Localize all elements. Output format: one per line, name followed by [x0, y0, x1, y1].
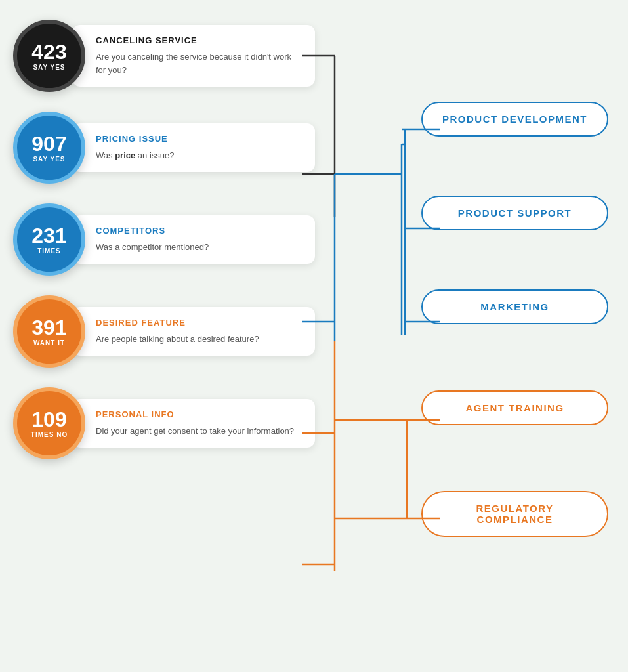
info-card-canceling: CANCELING SERVICE Are you canceling the … [72, 25, 315, 87]
left-section: 423 SAY YES CANCELING SERVICE Are you ca… [13, 13, 315, 479]
card-title-competitors: COMPETITORS [96, 226, 302, 236]
badge-personal: 109 TIMES NO [13, 387, 85, 459]
card-text-desired: Are people talking about a desired featu… [96, 333, 302, 346]
badge-sublabel-pricing: SAY YES [33, 156, 65, 163]
card-row-desired: 391 WANT IT DESIRED FEATURE Are people t… [13, 295, 315, 368]
output-product-support: PRODUCT SUPPORT [421, 196, 608, 230]
info-card-personal: PERSONAL INFO Did your agent get consent… [72, 399, 315, 448]
badge-number-competitors: 231 [31, 225, 66, 246]
card-row-canceling: 423 SAY YES CANCELING SERVICE Are you ca… [13, 20, 315, 92]
card-title-desired: DESIRED FEATURE [96, 318, 302, 327]
card-text-pricing: Was price an issue? [96, 149, 302, 162]
card-text-personal: Did your agent get consent to take your … [96, 425, 302, 438]
badge-sublabel-desired: WANT IT [33, 339, 65, 346]
diagram-container: 423 SAY YES CANCELING SERVICE Are you ca… [0, 0, 628, 672]
card-text-canceling: Are you canceling the service because it… [96, 51, 302, 76]
badge-desired: 391 WANT IT [13, 295, 85, 368]
card-row-personal: 109 TIMES NO PERSONAL INFO Did your agen… [13, 387, 315, 459]
card-title-canceling: CANCELING SERVICE [96, 35, 302, 45]
badge-pricing: 907 SAY YES [13, 112, 85, 184]
badge-sublabel-canceling: SAY YES [33, 64, 65, 71]
info-card-desired: DESIRED FEATURE Are people talking about… [72, 307, 315, 356]
card-row-pricing: 907 SAY YES PRICING ISSUE Was price an i… [13, 112, 315, 184]
blue-outputs: PRODUCT DEVELOPMENT PRODUCT SUPPORT MARK… [421, 102, 608, 333]
orange-outputs: AGENT TRAINING REGULATORY COMPLIANCE [421, 390, 608, 546]
card-text-competitors: Was a competitor mentioned? [96, 241, 302, 254]
output-regulatory-compliance: REGULATORY COMPLIANCE [421, 491, 608, 537]
badge-number-personal: 109 [31, 409, 66, 430]
badge-competitors: 231 TIMES [13, 203, 85, 276]
badge-sublabel-competitors: TIMES [37, 247, 61, 255]
badge-canceling: 423 SAY YES [13, 20, 85, 92]
card-row-competitors: 231 TIMES COMPETITORS Was a competitor m… [13, 203, 315, 276]
output-marketing: MARKETING [421, 289, 608, 324]
card-title-personal: PERSONAL INFO [96, 410, 302, 419]
info-card-competitors: COMPETITORS Was a competitor mentioned? [72, 215, 315, 264]
card-title-pricing: PRICING ISSUE [96, 134, 302, 144]
badge-number-pricing: 907 [31, 133, 66, 154]
badge-number-desired: 391 [31, 317, 66, 338]
output-product-development: PRODUCT DEVELOPMENT [421, 102, 608, 136]
badge-sublabel-personal: TIMES NO [31, 431, 68, 438]
output-agent-training: AGENT TRAINING [421, 390, 608, 425]
badge-number-canceling: 423 [31, 41, 66, 62]
info-card-pricing: PRICING ISSUE Was price an issue? [72, 123, 315, 173]
